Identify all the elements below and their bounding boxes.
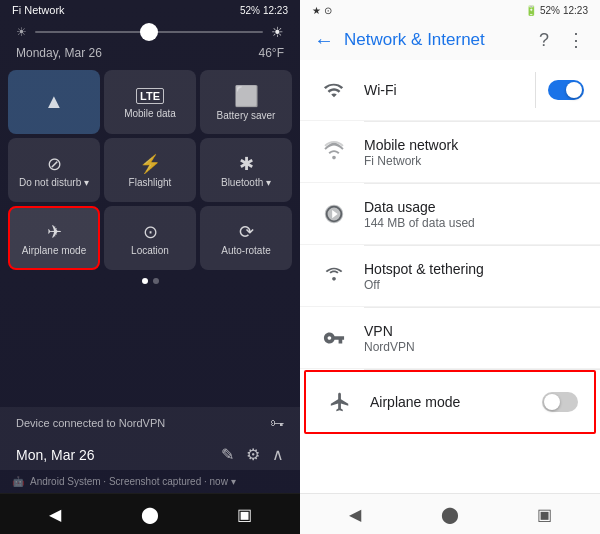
vpn-setting-text: VPN NordVPN [352,323,584,354]
brightness-high-icon: ☀ [271,24,284,40]
recents-button-right[interactable]: ▣ [533,502,557,526]
help-button[interactable]: ? [532,28,556,52]
tile-battery-saver-label: Battery saver [217,110,276,121]
hotspot-title: Hotspot & tethering [364,261,584,277]
bottom-date-area: Mon, Mar 26 [16,447,95,463]
settings-panel: ★ ⊙ 🔋 52% 12:23 ← Network & Internet ? ⋮ [300,0,600,534]
data-usage-icon [316,196,352,232]
right-status-icons-right: 🔋 52% 12:23 [525,5,588,16]
bottom-date-label: Mon, Mar 26 [16,447,95,463]
mobile-network-title: Mobile network [364,137,584,153]
settings-list: Wi-Fi Mobile network Fi Network [300,60,600,493]
right-status-bar: ★ ⊙ 🔋 52% 12:23 [300,0,600,20]
airplane-mode-icon: ✈ [47,223,62,241]
brightness-thumb[interactable] [140,23,158,41]
airplane-setting-text: Airplane mode [358,394,542,410]
tile-bluetooth[interactable]: ✱ Bluetooth ▾ [200,138,292,202]
date-weather-row: Monday, Mar 26 46°F [0,44,300,66]
left-status-icons: 52% 12:23 [240,5,288,16]
airplane-setting-title: Airplane mode [370,394,542,410]
mobile-network-text: Mobile network Fi Network [352,137,584,168]
wifi-setting-icon [316,72,352,108]
dnd-icon: ⊘ [47,155,62,173]
tile-bluetooth-label: Bluetooth ▾ [221,177,271,188]
left-time: 12:23 [263,5,288,16]
back-button-left[interactable]: ◀ [43,502,67,526]
back-button-right[interactable]: ← [312,28,336,52]
wifi-icon: ▲ [44,91,64,111]
hotspot-subtitle: Off [364,278,584,292]
tile-battery-saver[interactable]: ⬜ Battery saver [200,70,292,134]
wifi-setting-text: Wi-Fi [352,82,535,98]
home-button-left[interactable]: ⬤ [138,502,162,526]
data-usage-title: Data usage [364,199,584,215]
battery-saver-icon: ⬜ [234,86,259,106]
bluetooth-icon: ✱ [239,155,254,173]
bottom-action-icons[interactable]: ✎ ⚙ ∧ [221,445,284,464]
left-status-bar: Fi Network 52% 12:23 [0,0,300,20]
data-usage-subtitle: 144 MB of data used [364,216,584,230]
settings-item-airplane[interactable]: Airplane mode [304,370,596,434]
page-indicators [0,274,300,288]
brightness-control[interactable]: ☀ ☀ [0,20,300,44]
location-icon: ⊙ [143,223,158,241]
hotspot-icon [316,258,352,294]
edit-icon[interactable]: ✎ [221,445,234,464]
collapse-icon[interactable]: ∧ [272,445,284,464]
top-app-bar: ← Network & Internet ? ⋮ [300,20,600,60]
vpn-setting-title: VPN [364,323,584,339]
tile-airplane-label: Airplane mode [22,245,86,256]
gear-icon[interactable]: ⚙ [246,445,260,464]
settings-item-hotspot[interactable]: Hotspot & tethering Off [300,246,600,307]
notification-app-icon: 🤖 [12,476,24,487]
tile-airplane[interactable]: ✈ Airplane mode [8,206,100,270]
vpn-status-text: Device connected to NordVPN [16,417,165,429]
settings-item-data-usage[interactable]: Data usage 144 MB of data used [300,184,600,245]
dot-1 [142,278,148,284]
wifi-toggle-switch[interactable] [548,80,584,100]
right-battery-icon: 🔋 [525,5,537,16]
vpn-setting-subtitle: NordVPN [364,340,584,354]
brightness-slider[interactable] [35,31,263,33]
dot-2 [153,278,159,284]
tile-flashlight-label: Flashlight [129,177,172,188]
notification-text: Android System · Screenshot captured · n… [30,476,236,487]
tile-mobile-data-label: Mobile data [124,108,176,119]
right-time: 12:23 [563,5,588,16]
left-network-name: Fi Network [12,4,65,16]
tile-dnd[interactable]: ⊘ Do not disturb ▾ [8,138,100,202]
right-status-icons-left: ★ ⊙ [312,5,332,16]
airplane-toggle-switch[interactable] [542,392,578,412]
temperature-label: 46°F [259,46,284,60]
settings-item-wifi[interactable]: Wi-Fi [300,60,600,121]
hotspot-text: Hotspot & tethering Off [352,261,584,292]
vpn-setting-icon [316,320,352,356]
mobile-network-icon [316,134,352,170]
tile-wifi[interactable]: ▲ [8,70,100,134]
airplane-toggle[interactable] [542,392,578,412]
mobile-network-subtitle: Fi Network [364,154,584,168]
airplane-setting-icon [322,384,358,420]
wifi-toggle[interactable] [548,80,584,100]
home-button-right[interactable]: ⬤ [438,502,462,526]
tile-mobile-data[interactable]: LTE Mobile data [104,70,196,134]
date-label: Monday, Mar 26 [16,46,102,60]
tile-auto-rotate[interactable]: ⟳ Auto-rotate [200,206,292,270]
tile-location[interactable]: ⊙ Location [104,206,196,270]
wifi-divider [535,72,536,108]
tile-flashlight[interactable]: ⚡ Flashlight [104,138,196,202]
left-battery: 52% [240,5,260,16]
notification-shade-panel: Fi Network 52% 12:23 ☀ ☀ Monday, Mar 26 … [0,0,300,534]
recents-button-left[interactable]: ▣ [233,502,257,526]
bottom-info-bar: Mon, Mar 26 ✎ ⚙ ∧ [0,439,300,470]
settings-item-mobile-network[interactable]: Mobile network Fi Network [300,122,600,183]
auto-rotate-icon: ⟳ [239,223,254,241]
key-status-icon: ⊙ [324,5,332,16]
settings-item-vpn[interactable]: VPN NordVPN [300,308,600,369]
notification-area: 🤖 Android System · Screenshot captured ·… [0,470,300,493]
tile-dnd-label: Do not disturb ▾ [19,177,89,188]
bluetooth-status-icon: ★ [312,5,321,16]
top-bar-action-icons: ? ⋮ [532,28,588,52]
back-button-right-nav[interactable]: ◀ [343,502,367,526]
more-options-button[interactable]: ⋮ [564,28,588,52]
